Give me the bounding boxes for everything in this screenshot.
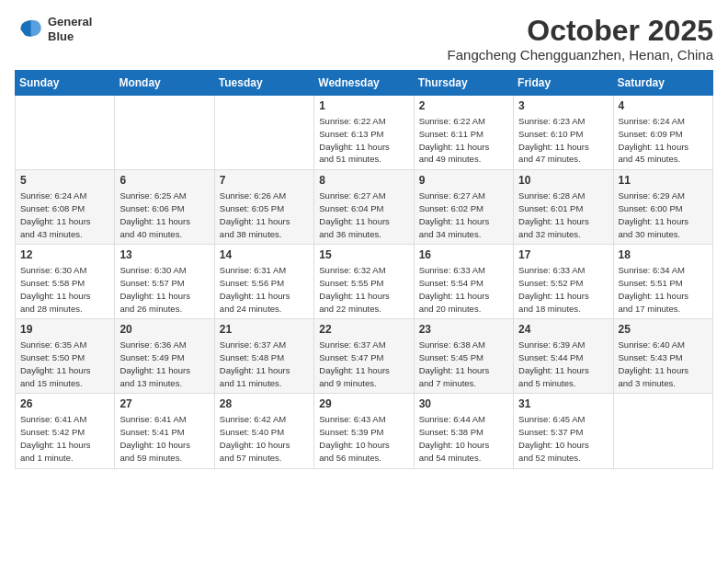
day-number: 8 xyxy=(319,174,408,187)
logo: General Blue xyxy=(15,15,92,44)
day-info: Sunrise: 6:44 AMSunset: 5:38 PMDaylight:… xyxy=(419,413,508,464)
day-info: Sunrise: 6:32 AMSunset: 5:55 PMDaylight:… xyxy=(319,264,408,315)
day-info: Sunrise: 6:27 AMSunset: 6:02 PMDaylight:… xyxy=(419,190,508,240)
location-title: Fangcheng Chengguanzhen, Henan, China xyxy=(448,47,713,63)
calendar-day-cell: 6Sunrise: 6:25 AMSunset: 6:06 PMDaylight… xyxy=(115,170,214,245)
day-number: 20 xyxy=(119,323,209,336)
day-info: Sunrise: 6:27 AMSunset: 6:04 PMDaylight:… xyxy=(319,190,408,240)
calendar-day-cell: 21Sunrise: 6:37 AMSunset: 5:48 PMDayligh… xyxy=(214,319,313,394)
day-info: Sunrise: 6:42 AMSunset: 5:40 PMDaylight:… xyxy=(220,413,309,464)
calendar-day-cell: 5Sunrise: 6:24 AMSunset: 6:08 PMDaylight… xyxy=(16,170,115,245)
day-number: 27 xyxy=(119,397,209,410)
day-number: 11 xyxy=(619,174,708,187)
day-number: 31 xyxy=(518,397,608,410)
weekday-header-row: SundayMondayTuesdayWednesdayThursdayFrid… xyxy=(16,71,713,96)
calendar-day-cell: 22Sunrise: 6:37 AMSunset: 5:47 PMDayligh… xyxy=(314,319,414,394)
day-info: Sunrise: 6:23 AMSunset: 6:10 PMDaylight:… xyxy=(518,115,608,166)
day-number: 5 xyxy=(20,174,109,187)
day-info: Sunrise: 6:22 AMSunset: 6:11 PMDaylight:… xyxy=(419,115,508,166)
day-number: 3 xyxy=(518,99,608,112)
weekday-header-cell: Wednesday xyxy=(314,71,414,96)
day-info: Sunrise: 6:31 AMSunset: 5:56 PMDaylight:… xyxy=(220,264,309,315)
calendar-day-cell: 27Sunrise: 6:41 AMSunset: 5:41 PMDayligh… xyxy=(115,394,214,468)
day-number: 18 xyxy=(619,248,708,261)
month-title: October 2025 xyxy=(448,15,713,47)
calendar-day-cell: 3Sunrise: 6:23 AMSunset: 6:10 PMDaylight… xyxy=(514,96,613,170)
calendar-day-cell: 26Sunrise: 6:41 AMSunset: 5:42 PMDayligh… xyxy=(16,394,115,468)
calendar-day-cell: 14Sunrise: 6:31 AMSunset: 5:56 PMDayligh… xyxy=(214,245,313,319)
weekday-header-cell: Saturday xyxy=(613,71,712,96)
calendar-day-cell: 19Sunrise: 6:35 AMSunset: 5:50 PMDayligh… xyxy=(16,319,115,394)
calendar-day-cell: 17Sunrise: 6:33 AMSunset: 5:52 PMDayligh… xyxy=(514,245,613,319)
calendar-day-cell: 23Sunrise: 6:38 AMSunset: 5:45 PMDayligh… xyxy=(414,319,513,394)
day-info: Sunrise: 6:43 AMSunset: 5:39 PMDaylight:… xyxy=(319,413,408,464)
day-info: Sunrise: 6:24 AMSunset: 6:09 PMDaylight:… xyxy=(619,115,708,166)
day-info: Sunrise: 6:41 AMSunset: 5:41 PMDaylight:… xyxy=(119,413,209,464)
calendar-day-cell: 1Sunrise: 6:22 AMSunset: 6:13 PMDaylight… xyxy=(314,96,414,170)
day-number: 23 xyxy=(419,323,508,336)
calendar-week-row: 12Sunrise: 6:30 AMSunset: 5:58 PMDayligh… xyxy=(16,245,713,319)
calendar-day-cell: 7Sunrise: 6:26 AMSunset: 6:05 PMDaylight… xyxy=(214,170,313,245)
day-number: 21 xyxy=(220,323,309,336)
day-number: 26 xyxy=(20,397,109,410)
calendar-week-row: 5Sunrise: 6:24 AMSunset: 6:08 PMDaylight… xyxy=(16,170,713,245)
day-info: Sunrise: 6:33 AMSunset: 5:52 PMDaylight:… xyxy=(518,264,608,315)
day-number: 24 xyxy=(518,323,608,336)
day-info: Sunrise: 6:26 AMSunset: 6:05 PMDaylight:… xyxy=(220,190,309,240)
weekday-header-cell: Tuesday xyxy=(214,71,313,96)
calendar-day-cell: 28Sunrise: 6:42 AMSunset: 5:40 PMDayligh… xyxy=(214,394,313,468)
calendar-day-cell: 10Sunrise: 6:28 AMSunset: 6:01 PMDayligh… xyxy=(514,170,613,245)
day-info: Sunrise: 6:36 AMSunset: 5:49 PMDaylight:… xyxy=(119,339,209,389)
day-info: Sunrise: 6:45 AMSunset: 5:37 PMDaylight:… xyxy=(518,413,608,464)
day-number: 7 xyxy=(220,174,309,187)
day-number: 4 xyxy=(619,99,708,112)
weekday-header-cell: Monday xyxy=(115,71,214,96)
day-number: 13 xyxy=(119,248,209,261)
calendar-day-cell: 31Sunrise: 6:45 AMSunset: 5:37 PMDayligh… xyxy=(514,394,613,468)
day-info: Sunrise: 6:39 AMSunset: 5:44 PMDaylight:… xyxy=(518,339,608,389)
calendar-week-row: 26Sunrise: 6:41 AMSunset: 5:42 PMDayligh… xyxy=(16,394,713,468)
calendar-day-cell xyxy=(16,96,115,170)
calendar-day-cell: 16Sunrise: 6:33 AMSunset: 5:54 PMDayligh… xyxy=(414,245,513,319)
calendar-day-cell: 20Sunrise: 6:36 AMSunset: 5:49 PMDayligh… xyxy=(115,319,214,394)
day-number: 28 xyxy=(220,397,309,410)
day-number: 25 xyxy=(619,323,708,336)
title-block: October 2025 Fangcheng Chengguanzhen, He… xyxy=(448,15,713,63)
calendar-day-cell: 11Sunrise: 6:29 AMSunset: 6:00 PMDayligh… xyxy=(613,170,712,245)
day-info: Sunrise: 6:37 AMSunset: 5:47 PMDaylight:… xyxy=(319,339,408,389)
day-number: 19 xyxy=(20,323,109,336)
day-number: 10 xyxy=(518,174,608,187)
calendar-day-cell: 30Sunrise: 6:44 AMSunset: 5:38 PMDayligh… xyxy=(414,394,513,468)
calendar-day-cell xyxy=(115,96,214,170)
calendar-day-cell: 15Sunrise: 6:32 AMSunset: 5:55 PMDayligh… xyxy=(314,245,414,319)
day-number: 12 xyxy=(20,248,109,261)
weekday-header-cell: Thursday xyxy=(414,71,513,96)
calendar-day-cell xyxy=(613,394,712,468)
day-number: 16 xyxy=(419,248,508,261)
weekday-header-cell: Friday xyxy=(514,71,613,96)
day-number: 14 xyxy=(220,248,309,261)
page-header: General Blue October 2025 Fangcheng Chen… xyxy=(15,15,713,63)
calendar-day-cell: 18Sunrise: 6:34 AMSunset: 5:51 PMDayligh… xyxy=(613,245,712,319)
calendar-day-cell: 29Sunrise: 6:43 AMSunset: 5:39 PMDayligh… xyxy=(314,394,414,468)
logo-text: General Blue xyxy=(48,15,92,43)
day-number: 9 xyxy=(419,174,508,187)
day-number: 22 xyxy=(319,323,408,336)
calendar-week-row: 19Sunrise: 6:35 AMSunset: 5:50 PMDayligh… xyxy=(16,319,713,394)
day-info: Sunrise: 6:40 AMSunset: 5:43 PMDaylight:… xyxy=(619,339,708,389)
day-info: Sunrise: 6:34 AMSunset: 5:51 PMDaylight:… xyxy=(619,264,708,315)
calendar-day-cell: 25Sunrise: 6:40 AMSunset: 5:43 PMDayligh… xyxy=(613,319,712,394)
day-info: Sunrise: 6:37 AMSunset: 5:48 PMDaylight:… xyxy=(220,339,309,389)
day-info: Sunrise: 6:25 AMSunset: 6:06 PMDaylight:… xyxy=(119,190,209,240)
calendar-day-cell: 2Sunrise: 6:22 AMSunset: 6:11 PMDaylight… xyxy=(414,96,513,170)
day-info: Sunrise: 6:30 AMSunset: 5:58 PMDaylight:… xyxy=(20,264,109,315)
calendar-week-row: 1Sunrise: 6:22 AMSunset: 6:13 PMDaylight… xyxy=(16,96,713,170)
weekday-header-cell: Sunday xyxy=(16,71,115,96)
calendar-day-cell: 9Sunrise: 6:27 AMSunset: 6:02 PMDaylight… xyxy=(414,170,513,245)
day-info: Sunrise: 6:35 AMSunset: 5:50 PMDaylight:… xyxy=(20,339,109,389)
day-info: Sunrise: 6:24 AMSunset: 6:08 PMDaylight:… xyxy=(20,190,109,240)
day-info: Sunrise: 6:28 AMSunset: 6:01 PMDaylight:… xyxy=(518,190,608,240)
calendar-day-cell: 24Sunrise: 6:39 AMSunset: 5:44 PMDayligh… xyxy=(514,319,613,394)
day-number: 6 xyxy=(119,174,209,187)
logo-icon xyxy=(15,15,44,44)
